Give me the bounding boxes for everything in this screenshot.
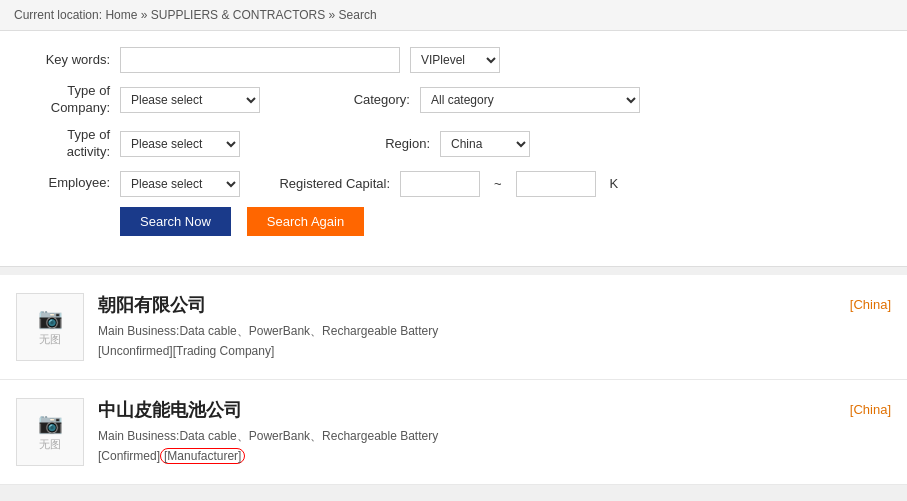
result-tags-1: [Unconfirmed][Trading Company] — [98, 344, 836, 358]
employee-select[interactable]: Please select — [120, 171, 240, 197]
registered-capital-label: Registered Capital: — [270, 176, 390, 191]
result-info-1: 朝阳有限公司 Main Business:Data cable、PowerBan… — [98, 293, 836, 358]
result-business-1: Main Business:Data cable、PowerBank、Recha… — [98, 323, 836, 340]
category-select[interactable]: All category — [420, 87, 640, 113]
category-label: Category: — [330, 92, 410, 107]
search-now-button[interactable]: Search Now — [120, 207, 231, 236]
thumbnail-2: 📷 无图 — [16, 398, 84, 466]
cap-unit-label: K — [610, 176, 619, 191]
main-business-label-2: Main Business: — [98, 429, 179, 443]
main-business-label-1: Main Business: — [98, 324, 179, 338]
thumbnail-1: 📷 无图 — [16, 293, 84, 361]
result-info-2: 中山皮能电池公司 Main Business:Data cable、PowerB… — [98, 398, 836, 463]
results-area: 📷 无图 朝阳有限公司 Main Business:Data cable、Pow… — [0, 275, 907, 485]
buttons-row: Search Now Search Again — [120, 207, 887, 236]
breadcrumb-suppliers[interactable]: SUPPLIERS & CONTRACTORS — [151, 8, 325, 22]
no-image-text-1: 无图 — [39, 332, 61, 347]
result-business-2: Main Business:Data cable、PowerBank、Recha… — [98, 428, 836, 445]
company-type-label: Type ofCompany: — [20, 83, 110, 117]
region-label: Region: — [350, 136, 430, 151]
tags-text-1: [Unconfirmed][Trading Company] — [98, 344, 274, 358]
company-type-row: Type ofCompany: Please select Category: … — [20, 83, 887, 117]
tags-before-2: [Confirmed] — [98, 449, 160, 463]
search-again-button[interactable]: Search Again — [247, 207, 364, 236]
company-type-select[interactable]: Please select — [120, 87, 260, 113]
keywords-input[interactable] — [120, 47, 400, 73]
main-business-value-1: Data cable、PowerBank、Rechargeable Batter… — [179, 324, 438, 338]
breadcrumb-home[interactable]: Home — [105, 8, 137, 22]
keywords-label: Key words: — [20, 52, 110, 69]
result-country-1[interactable]: [China] — [850, 297, 891, 312]
keywords-row: Key words: VIPlevel — [20, 47, 887, 73]
employee-label: Employee: — [20, 175, 110, 192]
activity-select[interactable]: Please select — [120, 131, 240, 157]
vip-select[interactable]: VIPlevel — [410, 47, 500, 73]
result-tags-2: [Confirmed][Manufacturer] — [98, 449, 836, 463]
result-item-1: 📷 无图 朝阳有限公司 Main Business:Data cable、Pow… — [0, 275, 907, 380]
activity-row: Type ofactivity: Please select Region: C… — [20, 127, 887, 161]
camera-icon-1: 📷 — [38, 306, 63, 330]
activity-label: Type ofactivity: — [20, 127, 110, 161]
breadcrumb: Current location: Home » SUPPLIERS & CON… — [0, 0, 907, 31]
cap-to-input[interactable] — [516, 171, 596, 197]
tilde: ~ — [494, 176, 502, 191]
tag-circled-2: [Manufacturer] — [160, 448, 245, 464]
breadcrumb-search: Search — [339, 8, 377, 22]
region-select[interactable]: China — [440, 131, 530, 157]
result-name-1[interactable]: 朝阳有限公司 — [98, 293, 836, 317]
result-item-2: 📷 无图 中山皮能电池公司 Main Business:Data cable、P… — [0, 380, 907, 485]
result-name-2[interactable]: 中山皮能电池公司 — [98, 398, 836, 422]
main-business-value-2: Data cable、PowerBank、Rechargeable Batter… — [179, 429, 438, 443]
result-country-2[interactable]: [China] — [850, 402, 891, 417]
breadcrumb-prefix: Current location: — [14, 8, 102, 22]
cap-from-input[interactable] — [400, 171, 480, 197]
employee-row: Employee: Please select Registered Capit… — [20, 171, 887, 197]
no-image-text-2: 无图 — [39, 437, 61, 452]
camera-icon-2: 📷 — [38, 411, 63, 435]
search-panel: Key words: VIPlevel Type ofCompany: Plea… — [0, 31, 907, 267]
